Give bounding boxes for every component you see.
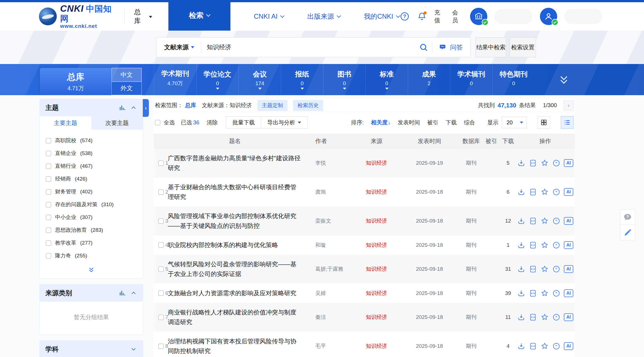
topic-checkbox[interactable]	[46, 253, 51, 258]
col-cited[interactable]: 被引	[482, 137, 500, 145]
result-title-link[interactable]: 职业院校内部控制体系的构建与优化策略	[168, 242, 278, 248]
result-title-link[interactable]: 广西数字普惠金融助力高质量“绿色乡村”建设路径研究	[168, 155, 301, 171]
cite-quote-icon[interactable]: ”	[552, 313, 561, 321]
html-read-icon[interactable]	[529, 313, 537, 321]
cite-quote-icon[interactable]: ”	[552, 217, 561, 225]
result-source-link[interactable]: 知识经济	[354, 217, 399, 225]
next-page-button[interactable]: ›	[564, 100, 574, 110]
cite-quote-icon[interactable]: ”	[552, 188, 561, 196]
result-author[interactable]: 毛平	[315, 343, 354, 350]
topic-filter-item[interactable]: 高职院校 (574)	[40, 134, 143, 147]
bar-chart-icon[interactable]	[119, 104, 126, 111]
col-database[interactable]: 数据库	[460, 137, 482, 145]
notification-bell-icon[interactable]	[417, 11, 427, 22]
topic-checkbox[interactable]	[46, 176, 51, 182]
dbnav-item[interactable]: 会议 174	[239, 64, 281, 95]
help-icon[interactable]: ?	[400, 11, 410, 22]
cnki-logo[interactable]: CNKI中国知网 www.cnki.net	[39, 4, 116, 29]
list-view-button[interactable]	[561, 116, 574, 129]
result-title-link[interactable]: 基于业财融合的地质大数据中心科研项目经费管理研究	[168, 184, 296, 200]
menu-publish-source[interactable]: 出版来源	[307, 12, 340, 21]
result-title-link[interactable]: 商业银行战略性人才梯队建设的价值冲突与制度调适研究	[168, 309, 296, 326]
col-source[interactable]: 来源	[354, 137, 399, 145]
topic-tab-main[interactable]: 主要主题	[40, 116, 91, 130]
search-history-button[interactable]: 检索历史	[293, 100, 323, 111]
topic-custom-button[interactable]: 主题定制	[257, 100, 287, 111]
result-source-link[interactable]: 知识经济	[354, 265, 399, 273]
result-author[interactable]: 吴婧	[315, 290, 354, 297]
cite-quote-icon[interactable]: ”	[552, 241, 561, 249]
bar-chart-icon[interactable]	[119, 289, 126, 297]
search-settings-button[interactable]: 检索设置	[510, 37, 536, 57]
cite-quote-icon[interactable]: ”	[552, 159, 561, 167]
feedback-button[interactable]: ?	[620, 209, 635, 225]
db-switch-dropdown[interactable]: 总库	[134, 8, 152, 25]
sort-option[interactable]: 综合	[464, 119, 475, 126]
search-in-results-button[interactable]: 结果中检索	[476, 37, 506, 57]
lang-tab-foreign[interactable]: 外文	[112, 82, 142, 95]
clear-selection-button[interactable]: 清除	[207, 119, 218, 126]
dbnav-item[interactable]: 学术辑刊 0	[450, 64, 492, 95]
menu-cnki-ai[interactable]: CNKI AI	[254, 13, 284, 20]
html-read-icon[interactable]	[529, 265, 537, 273]
page-size-select[interactable]: 20	[502, 117, 527, 128]
result-title-link[interactable]: 气候转型风险对公司盈余管理的影响研究——基于农业上市公司的实际证据	[168, 261, 296, 277]
sidebar-collapse-handle[interactable]: ‹	[143, 99, 149, 117]
row-checkbox[interactable]	[158, 344, 164, 349]
topic-filter-item[interactable]: 财务管理 (402)	[40, 185, 143, 198]
download-icon[interactable]	[517, 188, 525, 196]
dbnav-item[interactable]: 特色期刊 0	[492, 64, 535, 95]
ai-assistant-icon[interactable]: AI	[564, 241, 573, 249]
ai-assistant-icon[interactable]: AI	[564, 342, 573, 350]
download-icon[interactable]	[517, 241, 525, 249]
topic-checkbox[interactable]	[46, 240, 51, 246]
dbnav-item[interactable]: 学术期刊 4.70万	[154, 64, 196, 95]
search-scope-dropdown[interactable]: 文献来源	[156, 43, 201, 51]
ai-assistant-icon[interactable]: AI	[564, 159, 573, 167]
lang-tab-chinese[interactable]: 中文	[112, 68, 142, 82]
cite-quote-icon[interactable]: ”	[552, 342, 561, 350]
collapse-chevron-up-icon[interactable]	[130, 289, 137, 297]
col-author[interactable]: 作者	[315, 137, 354, 145]
tab-search[interactable]: 检索	[168, 0, 230, 31]
topic-filter-item[interactable]: 经销商 (426)	[40, 173, 143, 185]
collapse-chevron-up-icon[interactable]	[130, 104, 137, 111]
topic-checkbox[interactable]	[46, 202, 51, 207]
download-icon[interactable]	[517, 289, 525, 297]
dbnav-item-zongku[interactable]: 总库 4.71万	[40, 68, 112, 95]
topic-checkbox[interactable]	[46, 189, 51, 194]
topic-expand-button[interactable]	[40, 264, 143, 278]
topic-filter-item[interactable]: 隆力奇 (255)	[40, 249, 143, 262]
note-pencil-button[interactable]	[620, 225, 635, 240]
sort-option[interactable]: 相关度↓	[371, 119, 390, 126]
favorite-star-icon[interactable]	[540, 265, 549, 273]
favorite-star-icon[interactable]	[540, 289, 549, 297]
sort-option[interactable]: 下载	[446, 119, 457, 126]
html-read-icon[interactable]	[529, 289, 537, 297]
recharge-link[interactable]: 充值	[434, 9, 445, 24]
ai-assistant-icon[interactable]: AI	[564, 289, 573, 297]
dbnav-item[interactable]: 成果 2	[408, 64, 450, 95]
download-icon[interactable]	[517, 217, 525, 225]
row-checkbox[interactable]	[158, 218, 164, 224]
menu-my-cnki[interactable]: 我的CNKI	[364, 12, 399, 21]
col-title[interactable]: 题名	[168, 137, 315, 145]
html-read-icon[interactable]	[529, 342, 537, 350]
sort-option[interactable]: 发表时间	[398, 119, 420, 126]
html-read-icon[interactable]	[529, 188, 537, 196]
html-read-icon[interactable]	[529, 159, 537, 167]
favorite-star-icon[interactable]	[540, 217, 549, 225]
col-downloads[interactable]: 下载	[500, 137, 516, 145]
batch-download-button[interactable]: 批量下载	[226, 117, 261, 128]
result-author[interactable]: 秦洁	[315, 314, 354, 321]
topic-filter-item[interactable]: 存在的问题及对策 (310)	[40, 198, 143, 211]
export-analyze-button[interactable]: 导出与分析	[261, 117, 307, 128]
grid-view-button[interactable]	[537, 116, 550, 129]
ai-assistant-icon[interactable]: AI	[564, 265, 573, 273]
topic-filter-item[interactable]: 思想政治教育 (283)	[40, 224, 143, 237]
topic-checkbox[interactable]	[46, 228, 51, 233]
row-checkbox[interactable]	[158, 161, 164, 166]
download-icon[interactable]	[517, 265, 525, 273]
expand-chevron-down-icon[interactable]	[130, 346, 137, 353]
result-source-link[interactable]: 知识经济	[354, 290, 399, 297]
